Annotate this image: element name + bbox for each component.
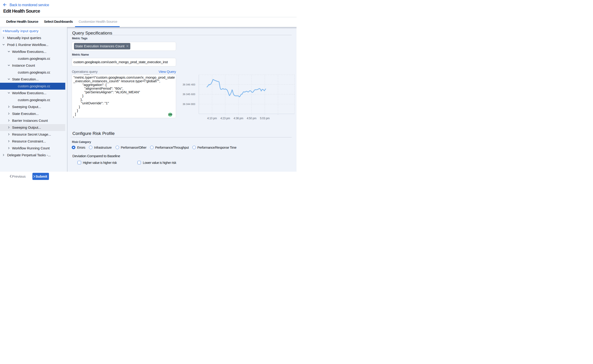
svg-text:4:36 pm: 4:36 pm — [234, 117, 243, 120]
svg-text:4:23 pm: 4:23 pm — [221, 117, 230, 120]
svg-text:36 045 600: 36 045 600 — [182, 93, 195, 96]
svg-text:36 044 800: 36 044 800 — [182, 103, 195, 105]
svg-text:4:50 pm: 4:50 pm — [247, 117, 256, 120]
svg-text:36 046 400: 36 046 400 — [182, 83, 195, 86]
svg-text:5:03 pm: 5:03 pm — [260, 117, 270, 120]
svg-text:4:10 pm: 4:10 pm — [207, 117, 217, 120]
